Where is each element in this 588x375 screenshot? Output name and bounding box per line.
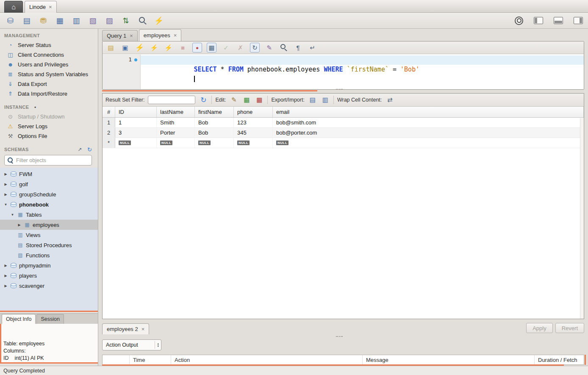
- row-header-cell[interactable]: 2: [103, 128, 115, 138]
- editor-tab[interactable]: Query 1 ×: [102, 30, 138, 41]
- expander-icon[interactable]: ▶: [17, 223, 22, 227]
- output-column-header[interactable]: [103, 355, 130, 364]
- table-cell[interactable]: Porter: [157, 128, 195, 138]
- expander-icon[interactable]: ▼: [3, 203, 8, 207]
- stop-on-error-icon[interactable]: [192, 43, 202, 52]
- sidebar-nav-item[interactable]: Startup / Shutdown: [7, 112, 96, 121]
- tree-item[interactable]: ▶ phpmyadmin: [0, 260, 98, 270]
- commit-icon[interactable]: [221, 43, 231, 52]
- toggle-secondary-sidebar-icon[interactable]: [574, 17, 583, 24]
- create-schema-icon[interactable]: [38, 16, 48, 26]
- toggle-output-area-icon[interactable]: [554, 17, 563, 24]
- table-cell[interactable]: NULL: [115, 138, 157, 148]
- output-column-header[interactable]: Message: [363, 355, 535, 364]
- expander-icon[interactable]: ▶: [3, 182, 8, 186]
- close-tab-icon[interactable]: ×: [174, 32, 177, 39]
- find-icon[interactable]: [279, 43, 288, 52]
- data-import-export-icon[interactable]: [121, 16, 131, 26]
- code-body[interactable]: SELECT * FROM phonebook.employees WHERE …: [141, 55, 584, 89]
- notifications-icon[interactable]: [515, 17, 523, 25]
- expander-icon[interactable]: ▶: [3, 193, 8, 196]
- sidebar-nav-item[interactable]: Data Export: [7, 79, 96, 89]
- table-cell[interactable]: bob@smith.com: [273, 118, 584, 127]
- open-file-icon[interactable]: [106, 43, 116, 52]
- wrap-icon[interactable]: [308, 43, 317, 52]
- result-row[interactable]: 23PorterBob345bob@porter.com: [103, 128, 584, 138]
- column-header[interactable]: email: [273, 107, 584, 117]
- limit-rows-icon[interactable]: [207, 43, 216, 52]
- column-header[interactable]: lastName: [157, 107, 195, 117]
- output-type-selector[interactable]: Action Output ▴ ▾: [102, 339, 161, 350]
- tree-item[interactable]: Stored Procedures: [0, 240, 98, 250]
- expander-icon[interactable]: ▶: [3, 264, 8, 267]
- execute-current-icon[interactable]: [149, 43, 159, 52]
- editor-tab[interactable]: employees ×: [139, 29, 181, 41]
- home-tab[interactable]: ⌂: [4, 1, 23, 13]
- tree-item[interactable]: ▼ phonebook: [0, 199, 98, 210]
- add-record-icon[interactable]: [242, 95, 251, 105]
- open-sql-script-icon[interactable]: [22, 16, 32, 26]
- schema-filter-input[interactable]: [16, 157, 89, 163]
- table-cell[interactable]: NULL: [157, 138, 195, 148]
- autocommit-icon[interactable]: [250, 43, 260, 52]
- explain-icon[interactable]: [164, 43, 173, 52]
- sidebar-nav-item[interactable]: Client Connections: [7, 50, 96, 60]
- sidebar-nav-item[interactable]: Server Logs: [7, 121, 96, 131]
- delete-record-icon[interactable]: [255, 95, 264, 105]
- sidebar-nav-item[interactable]: Options File: [7, 131, 96, 141]
- new-row-placeholder[interactable]: *NULLNULLNULLNULLNULL: [103, 138, 584, 148]
- expander-icon[interactable]: ▼: [10, 213, 15, 217]
- tree-item[interactable]: ▶ groupSchedule: [0, 189, 98, 199]
- table-cell[interactable]: 3: [115, 128, 157, 138]
- edit-record-icon[interactable]: [229, 95, 239, 105]
- column-header[interactable]: ID: [115, 107, 157, 117]
- table-cell[interactable]: 123: [234, 118, 273, 127]
- invisibles-icon[interactable]: [293, 43, 303, 52]
- row-header-cell[interactable]: 1: [103, 118, 115, 127]
- tree-item[interactable]: ▶ golf: [0, 179, 98, 189]
- expand-schemas-icon[interactable]: [77, 146, 83, 152]
- editor-resize-handle[interactable]: [336, 89, 343, 91]
- selector-stepper-icon[interactable]: ▴ ▾: [155, 341, 159, 349]
- create-view-icon[interactable]: [71, 16, 81, 26]
- result-set-tab[interactable]: employees 2 ×: [102, 323, 149, 334]
- column-header[interactable]: firstName: [195, 107, 234, 117]
- stop-icon[interactable]: [178, 43, 188, 52]
- sidebar-nav-item[interactable]: Status and System Variables: [7, 69, 96, 79]
- reconnect-icon[interactable]: [154, 16, 164, 26]
- editor-horizontal-scrollbar[interactable]: [102, 90, 317, 91]
- table-cell[interactable]: 345: [234, 128, 273, 138]
- output-column-header[interactable]: Action: [171, 355, 363, 364]
- output-column-header[interactable]: Duration / Fetch: [535, 355, 584, 364]
- result-row[interactable]: 11SmithBob123bob@smith.com: [103, 118, 584, 128]
- column-header[interactable]: phone: [234, 107, 273, 117]
- revert-button[interactable]: Revert: [555, 323, 584, 333]
- column-header[interactable]: #: [103, 107, 115, 117]
- sql-code-line[interactable]: SELECT * FROM phonebook.employees WHERE …: [141, 55, 584, 65]
- table-cell[interactable]: Smith: [157, 118, 195, 127]
- output-column-header[interactable]: Time: [130, 355, 171, 364]
- vertical-scrollbar[interactable]: [580, 118, 584, 319]
- expander-icon[interactable]: ▶: [3, 172, 8, 176]
- apply-button[interactable]: Apply: [526, 323, 553, 333]
- create-table-icon[interactable]: [55, 16, 65, 26]
- tree-item[interactable]: ▼ Tables: [0, 210, 98, 220]
- tree-item[interactable]: ▶ employees: [0, 220, 98, 230]
- object-info-tab[interactable]: Session: [36, 314, 64, 324]
- tree-item[interactable]: ▶ scavenger: [0, 281, 98, 291]
- close-tab-icon[interactable]: ×: [141, 326, 145, 332]
- table-cell[interactable]: Bob: [195, 118, 234, 127]
- table-cell[interactable]: 1: [115, 118, 157, 127]
- connection-tab[interactable]: Linode ×: [25, 1, 57, 13]
- expander-icon[interactable]: ▶: [3, 284, 8, 288]
- export-records-icon[interactable]: [308, 95, 317, 105]
- output-resize-handle[interactable]: [336, 336, 343, 338]
- close-icon[interactable]: ×: [49, 4, 52, 10]
- table-cell[interactable]: NULL: [234, 138, 273, 148]
- tree-item[interactable]: ▶ FWM: [0, 169, 98, 179]
- new-query-tab-icon[interactable]: [5, 16, 15, 26]
- row-header-cell[interactable]: *: [103, 138, 115, 148]
- beautify-icon[interactable]: [264, 43, 274, 52]
- refresh-schemas-icon[interactable]: [86, 146, 93, 152]
- import-records-icon[interactable]: [321, 95, 330, 105]
